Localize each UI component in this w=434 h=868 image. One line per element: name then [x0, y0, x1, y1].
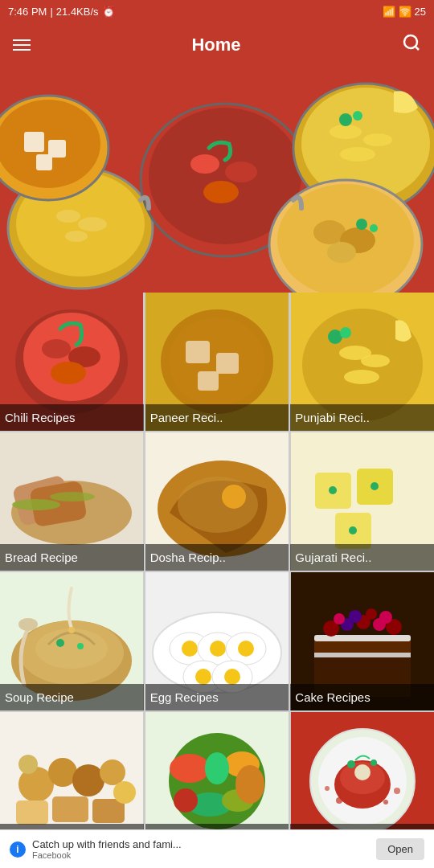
svg-point-79 — [182, 641, 198, 657]
recipe-item-soup[interactable]: Soup Recipe — [0, 572, 144, 710]
recipe-label-egg: Egg Recipes — [145, 684, 289, 710]
svg-point-81 — [210, 641, 226, 657]
recipe-label-paneer: Paneer Reci.. — [145, 404, 289, 431]
svg-point-129 — [371, 760, 377, 766]
svg-point-131 — [383, 800, 388, 805]
svg-point-47 — [361, 354, 390, 367]
ad-open-button[interactable]: Open — [376, 838, 424, 860]
recipe-item-chili[interactable]: Chili Recipes — [0, 293, 144, 431]
signal-icon: 📶 — [383, 6, 395, 18]
alarm-icon: ⏰ — [102, 6, 115, 18]
svg-point-101 — [366, 608, 377, 620]
status-bar: 7:46 PM | 21.4KB/s ⏰ 📶 🛜 25 — [0, 0, 434, 23]
recipe-label-bread: Bread Recipe — [0, 544, 144, 571]
svg-point-121 — [205, 752, 229, 784]
svg-point-83 — [238, 641, 254, 657]
recipe-label-punjabi: Punjabi Reci.. — [290, 404, 434, 431]
svg-point-29 — [327, 242, 356, 263]
svg-point-72 — [68, 627, 75, 633]
svg-point-11 — [225, 162, 257, 182]
hero-food-image — [0, 68, 434, 293]
svg-point-18 — [339, 113, 352, 126]
svg-point-128 — [347, 760, 355, 768]
svg-point-55 — [12, 499, 60, 510]
svg-point-6 — [78, 217, 107, 231]
recipe-label-cake: Cake Recipes — [290, 684, 434, 710]
svg-point-35 — [42, 339, 71, 358]
time: 7:46 PM — [8, 6, 47, 18]
svg-point-127 — [354, 764, 371, 780]
svg-point-73 — [18, 618, 38, 631]
svg-point-120 — [235, 765, 264, 804]
svg-rect-24 — [36, 154, 52, 170]
ad-banner: i Catch up with friends and fami... Face… — [0, 829, 434, 868]
svg-point-112 — [113, 781, 136, 804]
svg-point-67 — [349, 526, 357, 534]
svg-point-87 — [224, 669, 240, 685]
svg-point-31 — [370, 224, 378, 232]
svg-point-17 — [340, 147, 375, 162]
app-title: Home — [191, 35, 240, 55]
svg-point-102 — [379, 611, 392, 624]
svg-point-0 — [404, 35, 417, 48]
status-left: 7:46 PM | 21.4KB/s ⏰ — [8, 6, 115, 18]
svg-point-74 — [56, 639, 64, 647]
svg-point-60 — [222, 485, 246, 509]
status-right: 📶 🛜 25 — [383, 6, 426, 18]
recipe-label-soup: Soup Recipe — [0, 684, 144, 710]
hero-banner — [0, 68, 434, 293]
battery: 25 — [415, 6, 426, 18]
svg-point-100 — [349, 610, 362, 623]
svg-point-59 — [178, 477, 258, 533]
svg-point-15 — [330, 125, 362, 139]
svg-line-1 — [416, 47, 419, 50]
separator: | — [50, 6, 52, 18]
svg-point-71 — [35, 628, 108, 669]
recipe-grid: Chili Recipes Paneer Reci.. Punjabi Reci… — [0, 293, 434, 850]
svg-point-16 — [363, 133, 392, 146]
search-icon[interactable] — [402, 33, 421, 57]
svg-point-43 — [169, 317, 265, 406]
svg-point-48 — [344, 370, 379, 384]
recipe-item-gujarati[interactable]: Gujarati Reci.. — [290, 432, 434, 571]
wifi-icon: 🛜 — [399, 6, 411, 18]
recipe-label-gujarati: Gujarati Reci.. — [290, 544, 434, 571]
svg-point-12 — [203, 181, 239, 203]
svg-point-115 — [170, 754, 210, 783]
svg-point-10 — [190, 154, 219, 174]
app-bar: Home — [0, 23, 434, 68]
svg-rect-93 — [314, 653, 411, 657]
svg-point-5 — [56, 210, 80, 223]
svg-point-56 — [50, 492, 95, 502]
svg-point-106 — [72, 764, 104, 796]
svg-point-119 — [174, 788, 198, 813]
svg-point-107 — [100, 760, 125, 785]
recipe-item-cake[interactable]: Cake Recipes — [290, 572, 434, 710]
svg-point-30 — [356, 219, 367, 230]
svg-point-50 — [340, 327, 351, 338]
recipe-item-paneer[interactable]: Paneer Reci.. — [145, 293, 289, 431]
recipe-item-egg[interactable]: Egg Recipes — [145, 572, 289, 710]
recipe-item-punjabi[interactable]: Punjabi Reci.. — [290, 293, 434, 431]
data-speed: 21.4KB/s — [56, 6, 99, 18]
ad-text: Catch up with friends and fami... Facebo… — [32, 838, 370, 860]
ad-source: Facebook — [32, 850, 370, 860]
svg-point-7 — [65, 231, 88, 242]
svg-point-132 — [325, 786, 330, 791]
recipe-item-dosha[interactable]: Dosha Recip.. — [145, 432, 289, 571]
svg-rect-109 — [52, 796, 88, 822]
recipe-item-bread[interactable]: Bread Recipe — [0, 432, 144, 571]
svg-point-130 — [336, 797, 342, 804]
svg-rect-22 — [24, 132, 44, 152]
svg-point-99 — [334, 613, 345, 624]
recipe-label-dosha: Dosha Recip.. — [145, 544, 289, 571]
ad-info-icon: i — [10, 841, 26, 858]
svg-rect-108 — [16, 800, 48, 825]
svg-point-19 — [353, 111, 362, 121]
svg-point-65 — [329, 486, 337, 494]
menu-button[interactable] — [13, 39, 31, 51]
svg-point-85 — [195, 669, 211, 685]
svg-point-111 — [18, 755, 38, 774]
svg-point-66 — [371, 482, 379, 490]
svg-point-37 — [51, 362, 86, 384]
